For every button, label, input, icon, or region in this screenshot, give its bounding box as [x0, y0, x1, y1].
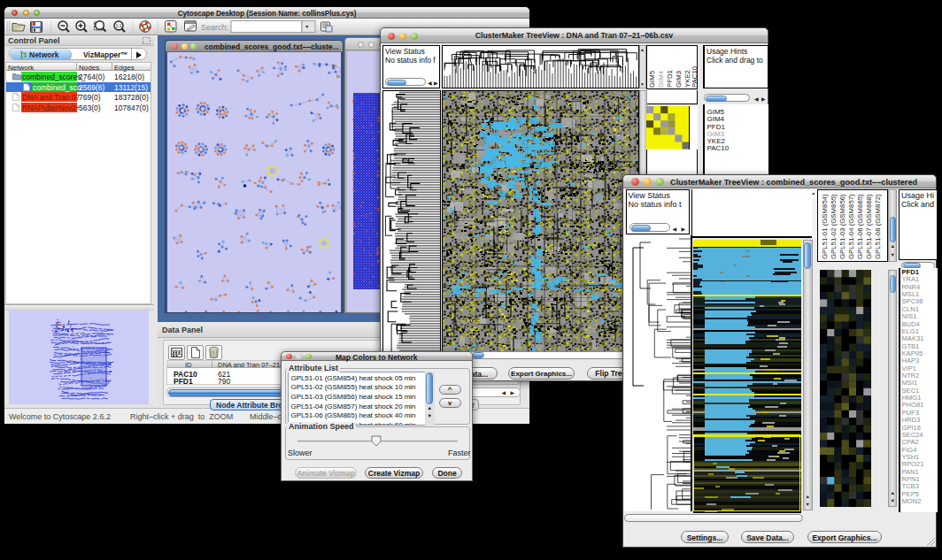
svg-text:GPL51-02 (GSM855): GPL51-02 (GSM855): [830, 194, 838, 259]
svg-text:PFD1: PFD1: [666, 70, 674, 88]
svg-text:GIM4: GIM4: [657, 70, 665, 88]
svg-text:GPL51-07 (GSM868): GPL51-07 (GSM868): [865, 194, 873, 259]
svg-text:Search:: Search:: [201, 23, 228, 32]
svg-text:GPL51-04 (GSM857): GPL51-04 (GSM857): [847, 194, 855, 259]
svg-text:GPL51-08 (GSM872): GPL51-08 (GSM872): [874, 194, 882, 259]
svg-text:GIM3: GIM3: [675, 71, 683, 88]
svg-text:PAC10: PAC10: [691, 65, 697, 88]
svg-text:GPL51-03 (GSM856): GPL51-03 (GSM856): [838, 194, 846, 259]
svg-text:GPL51-06 (GSM865): GPL51-06 (GSM865): [856, 194, 864, 259]
svg-text:GPL51-01 (GSM854): GPL51-01 (GSM854): [821, 194, 829, 259]
svg-text:1:1: 1:1: [116, 23, 122, 28]
svg-text:GIM5: GIM5: [648, 70, 656, 88]
